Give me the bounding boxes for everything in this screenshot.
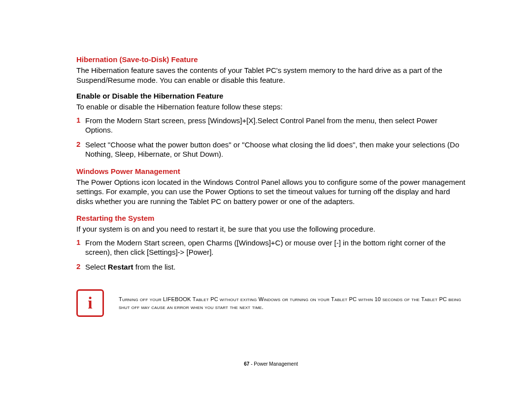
list-text: From the Modern Start screen, open Charm…: [85, 238, 466, 257]
heading-restart: Restarting the System: [76, 214, 466, 222]
info-note: i Turning off your LIFEBOOK Tablet PC wi…: [76, 289, 466, 317]
text-post: from the list.: [133, 263, 176, 271]
list-text: Select Restart from the list.: [85, 262, 175, 272]
body-hibernation: The Hibernation feature saves the conten…: [76, 66, 466, 85]
heading-hibernation: Hibernation (Save-to-Disk) Feature: [76, 55, 466, 64]
page-content: Hibernation (Save-to-Disk) Feature The H…: [0, 0, 532, 367]
info-icon: i: [76, 289, 104, 317]
section-enable-disable: Enable or Disable the Hibernation Featur…: [76, 92, 466, 159]
footer-title: Power Management: [254, 361, 298, 367]
list-item: 1 From the Modern Start screen, press [W…: [76, 116, 466, 135]
heading-enable-disable: Enable or Disable the Hibernation Featur…: [76, 92, 466, 100]
info-note-text: Turning off your LIFEBOOK Tablet PC with…: [119, 295, 466, 311]
intro-enable-disable: To enable or disable the Hibernation fea…: [76, 102, 466, 112]
section-hibernation: Hibernation (Save-to-Disk) Feature The H…: [76, 55, 466, 85]
section-restart: Restarting the System If your system is …: [76, 214, 466, 272]
list-item: 2 Select "Choose what the power button d…: [76, 140, 466, 159]
list-number: 2: [76, 140, 85, 148]
list-text: Select "Choose what the power button doe…: [85, 140, 466, 159]
list-item: 2 Select Restart from the list.: [76, 262, 466, 272]
heading-power-mgmt: Windows Power Management: [76, 167, 466, 175]
list-number: 1: [76, 116, 85, 124]
footer-page-number: 67: [244, 361, 249, 367]
list-restart: 1 From the Modern Start screen, open Cha…: [76, 238, 466, 272]
list-item: 1 From the Modern Start screen, open Cha…: [76, 238, 466, 257]
list-number: 2: [76, 262, 85, 271]
info-icon-glyph: i: [88, 295, 92, 311]
list-text: From the Modern Start screen, press [Win…: [85, 116, 466, 135]
footer-separator: -: [249, 361, 254, 367]
text-pre: Select: [85, 263, 108, 271]
list-number: 1: [76, 238, 85, 246]
text-bold: Restart: [108, 263, 133, 271]
intro-restart: If your system is on and you need to res…: [76, 224, 466, 234]
body-power-mgmt: The Power Options icon located in the Wi…: [76, 177, 466, 206]
section-power-mgmt: Windows Power Management The Power Optio…: [76, 167, 466, 206]
page-footer: 67 - Power Management: [76, 361, 466, 367]
list-enable-disable: 1 From the Modern Start screen, press [W…: [76, 116, 466, 159]
